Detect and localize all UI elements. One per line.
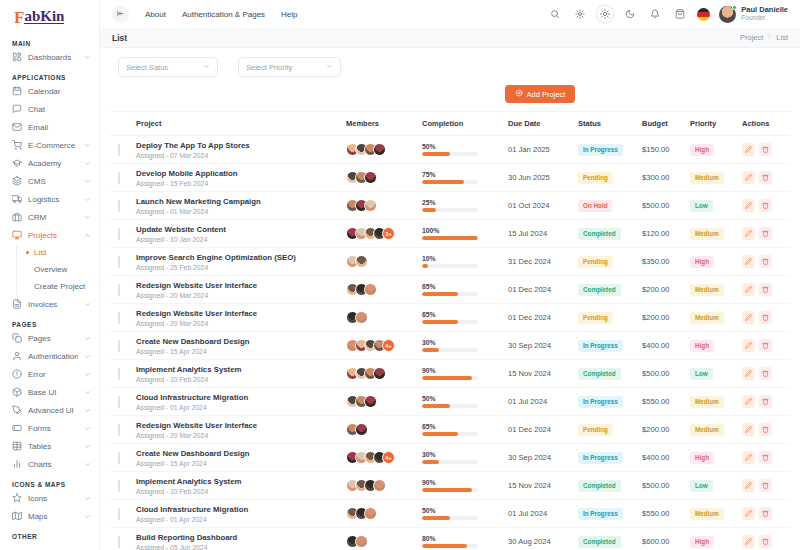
- sidebar-subitem-list[interactable]: List: [17, 244, 99, 261]
- sidebar-item-invoices[interactable]: Invoices: [0, 295, 99, 313]
- project-title[interactable]: Cloud Infrastructure Migration: [136, 393, 346, 402]
- delete-button[interactable]: [759, 339, 772, 352]
- project-title[interactable]: Develop Mobile Application: [136, 169, 346, 178]
- delete-button[interactable]: [759, 395, 772, 408]
- project-title[interactable]: Redesign Website User Interface: [136, 421, 346, 430]
- edit-button[interactable]: [742, 143, 755, 156]
- project-title[interactable]: Cloud Infrastructure Migration: [136, 505, 346, 514]
- row-checkbox[interactable]: [118, 536, 120, 548]
- sidebar-item-chat[interactable]: Chat: [0, 100, 99, 118]
- bag-icon[interactable]: [672, 6, 688, 22]
- delete-button[interactable]: [759, 451, 772, 464]
- sidebar-item-charts[interactable]: Charts: [0, 455, 99, 473]
- top-menu-about[interactable]: About: [145, 10, 166, 19]
- row-checkbox[interactable]: [118, 508, 120, 520]
- column-header-priority[interactable]: Priority: [690, 119, 742, 128]
- row-checkbox[interactable]: [118, 200, 120, 212]
- edit-button[interactable]: [742, 423, 755, 436]
- column-header-members[interactable]: Members: [346, 119, 422, 128]
- edit-button[interactable]: [742, 171, 755, 184]
- edit-button[interactable]: [742, 311, 755, 324]
- project-title[interactable]: Implement Analytics System: [136, 365, 346, 374]
- sidebar-subitem-create-project[interactable]: Create Project: [17, 278, 99, 295]
- row-checkbox[interactable]: [118, 452, 120, 464]
- sidebar-item-e-commerce[interactable]: E-Commerce: [0, 136, 99, 154]
- row-checkbox[interactable]: [118, 368, 120, 380]
- sidebar-item-dashboards[interactable]: Dashboards: [0, 48, 99, 66]
- edit-button[interactable]: [742, 451, 755, 464]
- edit-button[interactable]: [742, 395, 755, 408]
- project-title[interactable]: Redesign Website User Interface: [136, 281, 346, 290]
- project-title[interactable]: Deploy The App To App Stores: [136, 141, 346, 150]
- delete-button[interactable]: [759, 255, 772, 268]
- row-checkbox[interactable]: [118, 172, 120, 184]
- project-title[interactable]: Build Reporting Dashboard: [136, 533, 346, 542]
- delete-button[interactable]: [759, 367, 772, 380]
- sidebar-item-cms[interactable]: CMS: [0, 172, 99, 190]
- status-filter-select[interactable]: Select Satus: [118, 57, 218, 77]
- delete-button[interactable]: [759, 479, 772, 492]
- sidebar-item-calendar[interactable]: Calendar: [0, 82, 99, 100]
- search-icon[interactable]: [547, 6, 563, 22]
- project-title[interactable]: Update Website Content: [136, 225, 346, 234]
- sidebar-item-forms[interactable]: Forms: [0, 419, 99, 437]
- user-menu[interactable]: Paul DanielleFounder: [719, 6, 788, 23]
- sidebar-item-advanced-ui[interactable]: Advanced UI: [0, 401, 99, 419]
- sun-icon[interactable]: [597, 6, 613, 22]
- delete-button[interactable]: [759, 535, 772, 548]
- column-header-budget[interactable]: Budget: [642, 119, 690, 128]
- column-header-actions[interactable]: Actions: [742, 119, 790, 128]
- column-header-project[interactable]: Project: [136, 119, 346, 128]
- row-checkbox[interactable]: [118, 424, 120, 436]
- top-menu-help[interactable]: Help: [281, 10, 297, 19]
- column-header-due-date[interactable]: Due Date: [508, 119, 578, 128]
- delete-button[interactable]: [759, 227, 772, 240]
- edit-button[interactable]: [742, 199, 755, 212]
- edit-button[interactable]: [742, 227, 755, 240]
- sidebar-subitem-overview[interactable]: Overview: [17, 261, 99, 278]
- delete-button[interactable]: [759, 507, 772, 520]
- edit-button[interactable]: [742, 283, 755, 296]
- bell-icon[interactable]: [647, 6, 663, 22]
- top-menu-authentication-pages[interactable]: Authentication & Pages: [182, 10, 265, 19]
- delete-button[interactable]: [759, 423, 772, 436]
- row-checkbox[interactable]: [118, 228, 120, 240]
- column-header-completion[interactable]: Completion: [422, 119, 508, 128]
- breadcrumb-parent[interactable]: Project: [740, 33, 763, 42]
- edit-button[interactable]: [742, 507, 755, 520]
- row-checkbox[interactable]: [118, 256, 120, 268]
- row-checkbox[interactable]: [118, 340, 120, 352]
- row-checkbox[interactable]: [118, 396, 120, 408]
- column-header-status[interactable]: Status: [578, 119, 642, 128]
- edit-button[interactable]: [742, 367, 755, 380]
- row-checkbox[interactable]: [118, 480, 120, 492]
- sidebar-collapse-button[interactable]: [112, 6, 129, 23]
- sidebar-item-pages[interactable]: Pages: [0, 329, 99, 347]
- sidebar-item-base-ui[interactable]: Base UI: [0, 383, 99, 401]
- sidebar-item-email[interactable]: Email: [0, 118, 99, 136]
- edit-button[interactable]: [742, 535, 755, 548]
- project-title[interactable]: Implement Analytics System: [136, 477, 346, 486]
- row-checkbox[interactable]: [118, 144, 120, 156]
- language-flag-germany[interactable]: [697, 8, 710, 21]
- brand-logo[interactable]: FabKin: [0, 0, 99, 32]
- project-title[interactable]: Create New Dashboard Design: [136, 449, 346, 458]
- sidebar-item-icons[interactable]: Icons: [0, 489, 99, 507]
- delete-button[interactable]: [759, 283, 772, 296]
- delete-button[interactable]: [759, 171, 772, 184]
- sidebar-item-academy[interactable]: Academy: [0, 154, 99, 172]
- add-project-button[interactable]: Add Project: [505, 85, 576, 103]
- edit-button[interactable]: [742, 479, 755, 492]
- edit-button[interactable]: [742, 255, 755, 268]
- row-checkbox[interactable]: [118, 284, 120, 296]
- priority-filter-select[interactable]: Select Priority: [238, 57, 341, 77]
- sidebar-item-crm[interactable]: CRM: [0, 208, 99, 226]
- delete-button[interactable]: [759, 143, 772, 156]
- sidebar-item-error[interactable]: Error: [0, 365, 99, 383]
- project-title[interactable]: Create New Dashboard Design: [136, 337, 346, 346]
- delete-button[interactable]: [759, 199, 772, 212]
- sidebar-item-projects[interactable]: Projects: [0, 226, 99, 244]
- sidebar-item-tables[interactable]: Tables: [0, 437, 99, 455]
- project-title[interactable]: Improve Search Engine Optimization (SEO): [136, 253, 346, 262]
- sidebar-item-authentication[interactable]: Authentication: [0, 347, 99, 365]
